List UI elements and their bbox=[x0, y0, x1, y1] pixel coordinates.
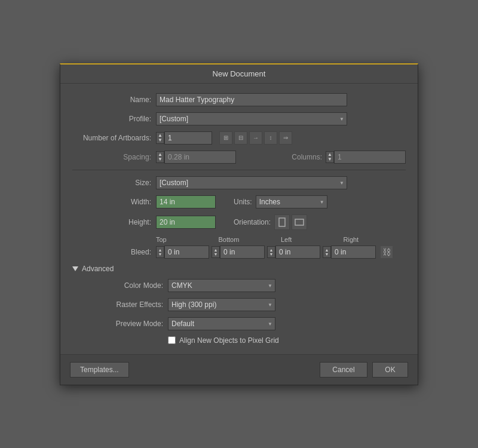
footer-right-buttons: Cancel OK bbox=[320, 362, 408, 378]
width-input[interactable] bbox=[156, 195, 216, 208]
align-pixel-row: Align New Objects to Pixel Grid bbox=[168, 336, 406, 345]
spacing-stepper-btn[interactable]: ▲ ▼ bbox=[156, 151, 164, 163]
orientation-section: Orientation: bbox=[234, 214, 307, 230]
size-row: Size: [Custom] Letter A4 bbox=[72, 176, 406, 189]
divider-1 bbox=[72, 170, 406, 170]
grid-col-icon[interactable]: ⊟ bbox=[234, 131, 247, 145]
artboards-stepper-btn[interactable]: ▲ ▼ bbox=[156, 132, 164, 144]
bleed-label: Bleed: bbox=[72, 248, 156, 256]
arrange-row-icon[interactable]: → bbox=[249, 131, 262, 145]
width-label: Width: bbox=[72, 198, 156, 206]
arrange-col-icon[interactable]: ↕ bbox=[264, 131, 277, 145]
bleed-top-header: Top bbox=[156, 236, 219, 243]
bleed-top-field: ▲ ▼ bbox=[156, 246, 209, 259]
columns-stepper-btn[interactable]: ▲ ▼ bbox=[326, 151, 334, 163]
advanced-triangle-icon bbox=[72, 266, 78, 271]
bleed-left-field: ▲ ▼ bbox=[267, 246, 320, 259]
spacing-label: Spacing: bbox=[72, 153, 156, 161]
templates-button[interactable]: Templates... bbox=[70, 362, 129, 378]
advanced-label: Advanced bbox=[82, 265, 114, 273]
bleed-bottom-stepper[interactable]: ▲ ▼ bbox=[212, 246, 220, 258]
bleed-right-header: Right bbox=[344, 236, 406, 243]
bleed-section: Top Bottom Left Right Bleed: ▲ ▼ bbox=[72, 236, 406, 259]
units-section: Units: Inches Centimeters Pixels bbox=[234, 195, 327, 208]
name-row: Name: bbox=[72, 93, 406, 106]
height-row: Height: Orientation: bbox=[72, 214, 406, 230]
svg-rect-1 bbox=[295, 219, 304, 225]
name-label: Name: bbox=[72, 96, 156, 104]
units-label: Units: bbox=[234, 198, 252, 206]
columns-section: Columns: ▲ ▼ bbox=[292, 151, 406, 164]
bleed-top-input[interactable] bbox=[164, 246, 209, 259]
name-input[interactable] bbox=[156, 93, 347, 106]
right-to-left-icon[interactable]: ⇒ bbox=[279, 131, 292, 145]
ok-button[interactable]: OK bbox=[372, 362, 408, 378]
color-mode-label: Color Mode: bbox=[72, 281, 168, 290]
bleed-left-header: Left bbox=[281, 236, 344, 243]
bleed-top-stepper[interactable]: ▲ ▼ bbox=[156, 246, 164, 258]
spacing-input[interactable] bbox=[164, 151, 236, 164]
dialog-footer: Templates... Cancel OK bbox=[60, 354, 418, 385]
landscape-orientation-btn[interactable] bbox=[292, 214, 307, 230]
new-document-dialog: New Document Name: Profile: [Custom] Pri… bbox=[60, 63, 418, 385]
artboards-row: Number of Artboards: ▲ ▼ ⊞ ⊟ → ↕ ⇒ bbox=[72, 131, 406, 145]
bleed-fields: ▲ ▼ ▲ ▼ ▲ bbox=[156, 246, 406, 259]
spacing-stepper: ▲ ▼ bbox=[156, 151, 236, 164]
artboards-input[interactable] bbox=[164, 131, 212, 145]
dialog-body: Name: Profile: [Custom] Print Web Number… bbox=[60, 84, 418, 354]
raster-effects-row: Raster Effects: High (300 ppi) Medium (1… bbox=[72, 298, 406, 311]
raster-effects-select[interactable]: High (300 ppi) Medium (150 ppi) Low (72 … bbox=[168, 298, 275, 311]
orientation-label: Orientation: bbox=[234, 218, 271, 226]
color-mode-select-wrapper: CMYK RGB bbox=[168, 279, 275, 292]
raster-effects-select-wrapper: High (300 ppi) Medium (150 ppi) Low (72 … bbox=[168, 298, 275, 311]
svg-rect-0 bbox=[279, 218, 285, 226]
preview-mode-row: Preview Mode: Default Pixel Overprint bbox=[72, 317, 406, 330]
portrait-orientation-btn[interactable] bbox=[274, 214, 290, 230]
bleed-row: Bleed: ▲ ▼ ▲ ▼ bbox=[72, 246, 406, 259]
profile-row: Profile: [Custom] Print Web bbox=[72, 112, 406, 125]
artboard-layout-icons: ⊞ ⊟ → ↕ ⇒ bbox=[219, 131, 292, 145]
width-row: Width: Units: Inches Centimeters Pixels bbox=[72, 195, 406, 208]
profile-label: Profile: bbox=[72, 115, 156, 123]
advanced-section: Advanced Color Mode: CMYK RGB Raster Eff… bbox=[72, 265, 406, 345]
units-select-wrapper: Inches Centimeters Pixels bbox=[256, 195, 327, 208]
preview-mode-select-wrapper: Default Pixel Overprint bbox=[168, 317, 275, 330]
raster-effects-label: Raster Effects: bbox=[72, 300, 168, 309]
height-label: Height: bbox=[72, 218, 156, 226]
profile-select-wrapper: [Custom] Print Web bbox=[156, 112, 347, 125]
bleed-bottom-field: ▲ ▼ bbox=[212, 246, 265, 259]
columns-input[interactable] bbox=[334, 151, 406, 164]
dialog-title: New Document bbox=[60, 65, 418, 84]
spacing-columns-row: Spacing: ▲ ▼ Columns: ▲ ▼ bbox=[72, 151, 406, 164]
bleed-header: Top Bottom Left Right bbox=[72, 236, 406, 243]
grid-layout-icon[interactable]: ⊞ bbox=[219, 131, 232, 145]
artboards-label: Number of Artboards: bbox=[72, 134, 156, 142]
size-select[interactable]: [Custom] Letter A4 bbox=[156, 176, 347, 189]
preview-mode-label: Preview Mode: bbox=[72, 320, 168, 328]
orientation-icons bbox=[274, 214, 307, 230]
size-label: Size: bbox=[72, 179, 156, 187]
artboards-stepper: ▲ ▼ bbox=[156, 131, 212, 145]
color-mode-select[interactable]: CMYK RGB bbox=[168, 279, 275, 292]
columns-label: Columns: bbox=[292, 153, 322, 161]
bleed-right-input[interactable] bbox=[331, 246, 376, 259]
bleed-left-stepper[interactable]: ▲ ▼ bbox=[267, 246, 275, 258]
chain-link-icon[interactable]: ⛓ bbox=[381, 246, 393, 258]
bleed-right-stepper[interactable]: ▲ ▼ bbox=[323, 246, 331, 258]
align-pixel-label: Align New Objects to Pixel Grid bbox=[179, 336, 279, 345]
bleed-left-input[interactable] bbox=[275, 246, 320, 259]
bleed-right-field: ▲ ▼ bbox=[323, 246, 376, 259]
cancel-button[interactable]: Cancel bbox=[320, 362, 367, 378]
columns-stepper: ▲ ▼ bbox=[326, 151, 406, 164]
bleed-bottom-input[interactable] bbox=[220, 246, 265, 259]
bleed-bottom-header: Bottom bbox=[219, 236, 281, 243]
preview-mode-select[interactable]: Default Pixel Overprint bbox=[168, 317, 275, 330]
units-select[interactable]: Inches Centimeters Pixels bbox=[256, 195, 327, 208]
size-select-wrapper: [Custom] Letter A4 bbox=[156, 176, 347, 189]
height-input[interactable] bbox=[156, 216, 216, 229]
align-pixel-checkbox[interactable] bbox=[168, 336, 176, 344]
advanced-toggle[interactable]: Advanced bbox=[72, 265, 406, 273]
color-mode-row: Color Mode: CMYK RGB bbox=[72, 279, 406, 292]
profile-select[interactable]: [Custom] Print Web bbox=[156, 112, 347, 125]
